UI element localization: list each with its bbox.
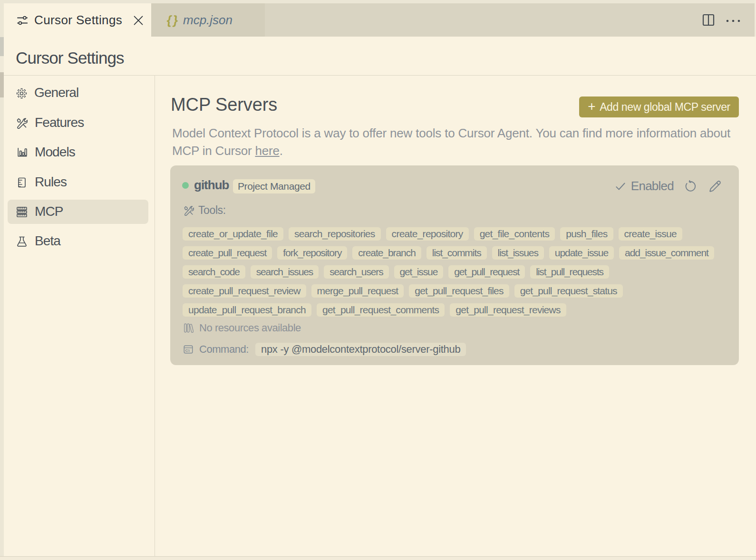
- svg-text:C:\: C:\: [185, 348, 190, 353]
